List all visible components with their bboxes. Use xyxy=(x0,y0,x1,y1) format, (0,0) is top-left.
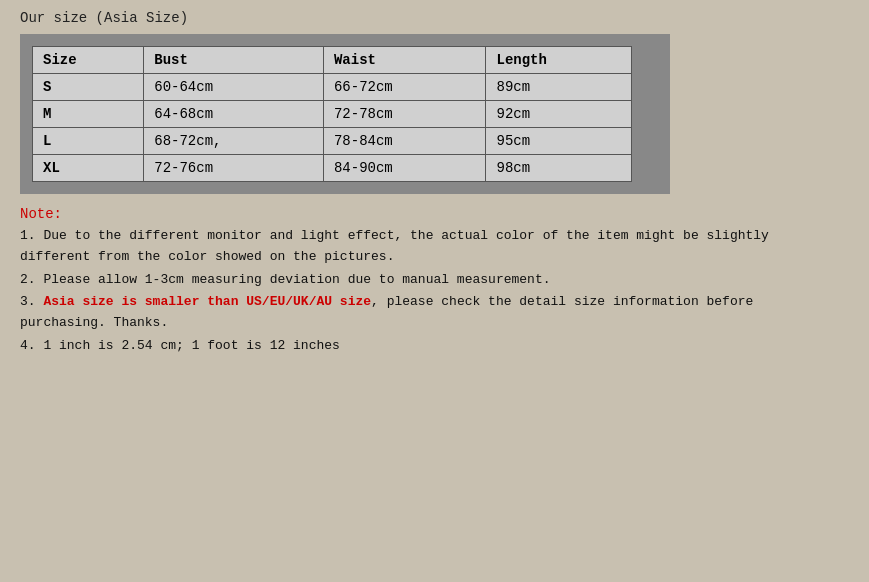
table-cell-0-2: 66-72cm xyxy=(323,74,486,101)
table-cell-2-1: 68-72cm, xyxy=(144,128,324,155)
table-row: S60-64cm66-72cm89cm xyxy=(33,74,632,101)
note-line-2: 2. Please allow 1-3cm measuring deviatio… xyxy=(20,270,840,291)
table-cell-0-0: S xyxy=(33,74,144,101)
table-cell-1-0: M xyxy=(33,101,144,128)
table-row: M64-68cm72-78cm92cm xyxy=(33,101,632,128)
notes-section: Note: 1. Due to the different monitor an… xyxy=(20,206,849,357)
table-cell-0-3: 89cm xyxy=(486,74,632,101)
table-cell-3-2: 84-90cm xyxy=(323,155,486,182)
size-table-wrapper: Size Bust Waist Length S60-64cm66-72cm89… xyxy=(20,34,670,194)
col-header-length: Length xyxy=(486,47,632,74)
note-line-3-bold: Asia size is smaller than US/EU/UK/AU si… xyxy=(43,294,371,309)
table-row: L68-72cm,78-84cm95cm xyxy=(33,128,632,155)
table-cell-0-1: 60-64cm xyxy=(144,74,324,101)
note-line-3-prefix: 3. xyxy=(20,294,43,309)
page-container: Our size (Asia Size) Size Bust Waist Len… xyxy=(20,10,849,359)
col-header-waist: Waist xyxy=(323,47,486,74)
table-header-row: Size Bust Waist Length xyxy=(33,47,632,74)
col-header-size: Size xyxy=(33,47,144,74)
table-row: XL72-76cm84-90cm98cm xyxy=(33,155,632,182)
table-cell-2-2: 78-84cm xyxy=(323,128,486,155)
table-cell-2-0: L xyxy=(33,128,144,155)
table-cell-1-3: 92cm xyxy=(486,101,632,128)
table-cell-1-2: 72-78cm xyxy=(323,101,486,128)
col-header-bust: Bust xyxy=(144,47,324,74)
note-line-3: 3. Asia size is smaller than US/EU/UK/AU… xyxy=(20,292,840,334)
table-cell-2-3: 95cm xyxy=(486,128,632,155)
note-title: Note: xyxy=(20,206,849,222)
table-cell-3-0: XL xyxy=(33,155,144,182)
table-cell-3-3: 98cm xyxy=(486,155,632,182)
note-line-1: 1. Due to the different monitor and ligh… xyxy=(20,226,840,268)
table-cell-1-1: 64-68cm xyxy=(144,101,324,128)
table-heading: Our size (Asia Size) xyxy=(20,10,849,26)
note-line-4: 4. 1 inch is 2.54 cm; 1 foot is 12 inche… xyxy=(20,336,840,357)
table-cell-3-1: 72-76cm xyxy=(144,155,324,182)
size-table: Size Bust Waist Length S60-64cm66-72cm89… xyxy=(32,46,632,182)
